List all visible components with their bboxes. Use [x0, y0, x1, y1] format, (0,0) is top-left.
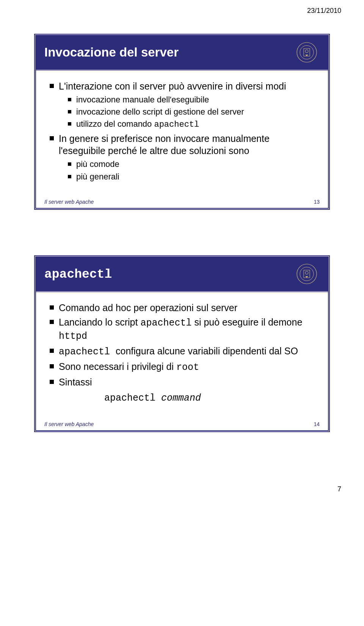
bullet-text: Sono necessari i privilegi di: [59, 361, 176, 372]
bullet-text: invocazione manuale dell'eseguibile: [76, 95, 209, 104]
bullet-text: invocazione dello script di gestione del…: [76, 107, 244, 116]
bullet-text: più generali: [76, 172, 119, 181]
bullet-text: In genere si preferisce non invocare man…: [59, 133, 270, 156]
slide-body: Comando ad hoc per operazioni sul server…: [36, 293, 328, 414]
slide-number: 13: [314, 199, 320, 205]
svg-point-3: [305, 50, 308, 53]
seal-icon: [296, 263, 317, 285]
slide-header: Invocazione del server: [36, 36, 328, 71]
bullet-item: invocazione manuale dell'eseguibile: [68, 94, 317, 105]
footer-label: Il server web Apache: [44, 199, 94, 205]
code-placeholder: command: [161, 393, 201, 404]
bullet-item: più comode: [68, 159, 317, 170]
code-literal: apachectl: [140, 318, 191, 329]
bullet-item: In genere si preferisce non invocare man…: [50, 132, 317, 182]
seal-icon: [296, 42, 317, 63]
bullet-text: Lanciando lo script: [59, 317, 140, 327]
svg-point-7: [305, 271, 308, 274]
bullet-text: più comode: [76, 159, 119, 169]
slide-footer: Il server web Apache 14: [36, 414, 328, 430]
bullet-text: si può eseguire il demone: [191, 317, 302, 327]
slide-header: apachectl: [36, 257, 328, 293]
bullet-item: più generali: [68, 171, 317, 182]
slide-footer: Il server web Apache 13: [36, 192, 328, 208]
footer-label: Il server web Apache: [44, 421, 94, 427]
svg-point-1: [300, 46, 314, 59]
bullet-text: Comando ad hoc per operazioni sul server: [59, 302, 237, 313]
slide-title: Invocazione del server: [44, 45, 179, 60]
bullet-item: apachectl configura alcune variabili dip…: [50, 345, 317, 358]
slide-number: 14: [314, 421, 320, 427]
bullet-item: Lanciando lo script apachectl si può ese…: [50, 316, 317, 343]
slide-title: apachectl: [44, 266, 112, 282]
slide-2: apachectl Comando ad hoc per operazioni …: [34, 255, 330, 432]
bullet-item: Sintassi apachectl command: [50, 376, 317, 404]
slides-container: Invocazione del server L'interazione con…: [0, 15, 364, 485]
page-date: 23/11/2010: [0, 0, 364, 15]
bullet-text: utilizzo del comando: [76, 119, 154, 129]
code-literal: apachectl: [104, 393, 161, 404]
bullet-text: Sintassi: [59, 377, 92, 387]
slide-1: Invocazione del server L'interazione con…: [34, 34, 330, 210]
slide-body: L'interazione con il server può avvenire…: [36, 71, 328, 192]
code-literal: apachectl: [154, 120, 199, 129]
bullet-item: L'interazione con il server può avvenire…: [50, 80, 317, 130]
bullet-item: invocazione dello script di gestione del…: [68, 107, 317, 117]
code-literal: httpd: [59, 331, 87, 342]
code-literal: root: [176, 362, 199, 373]
code-literal: apachectl: [44, 267, 112, 282]
syntax-line: apachectl command: [59, 391, 317, 404]
bullet-text: configura alcune variabili dipendenti da…: [116, 346, 298, 356]
page-number: 7: [0, 485, 364, 505]
bullet-item: Sono necessari i privilegi di root: [50, 360, 317, 374]
bullet-item: utilizzo del comando apachectl: [68, 119, 317, 130]
bullet-item: Comando ad hoc per operazioni sul server: [50, 302, 317, 314]
bullet-text: L'interazione con il server può avvenire…: [59, 81, 286, 91]
code-literal: apachectl: [59, 346, 116, 357]
svg-point-5: [300, 267, 314, 281]
